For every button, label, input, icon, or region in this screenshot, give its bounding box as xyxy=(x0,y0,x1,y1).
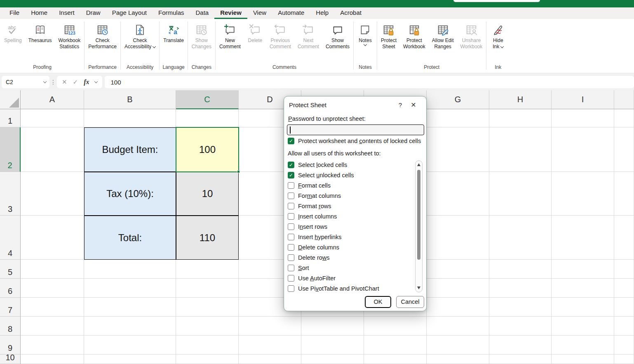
row-header-10[interactable]: 10 xyxy=(0,355,21,364)
tab-formulas[interactable]: Formulas xyxy=(153,7,190,19)
cancel-button[interactable]: Cancel xyxy=(396,296,424,308)
permissions-scrollbar[interactable] xyxy=(415,160,423,292)
ribbon-button-hide-ink[interactable]: HideInk xyxy=(487,22,509,51)
ribbon-button-workbook-statistics[interactable]: 123WorkbookStatistics xyxy=(55,22,84,51)
column-header-g[interactable]: G xyxy=(427,90,489,109)
permission-sort[interactable]: Sort xyxy=(288,263,411,273)
password-input[interactable] xyxy=(287,124,424,135)
column-header-b[interactable]: B xyxy=(84,90,176,109)
formula-input[interactable]: 100 xyxy=(105,76,634,88)
column-header-i[interactable]: I xyxy=(552,90,614,109)
permission-insert-rows[interactable]: Insert rows xyxy=(288,221,411,232)
cell-C3[interactable]: 10 xyxy=(176,172,239,216)
permission-delete-columns[interactable]: Delete columns xyxy=(288,242,411,252)
search-box-remnant[interactable] xyxy=(453,0,540,2)
ribbon-group-protect: ProtectSheetProtectWorkbookAllow EditRan… xyxy=(378,19,486,73)
tab-draw[interactable]: Draw xyxy=(80,7,106,19)
column-header-a[interactable]: A xyxy=(21,90,84,109)
tab-view[interactable]: View xyxy=(247,7,272,19)
row-header-8[interactable]: 8 xyxy=(0,317,21,336)
cell-B4[interactable]: Total: xyxy=(84,216,176,260)
cancel-entry-icon[interactable]: ✕ xyxy=(62,78,67,86)
cell-C2[interactable]: 100 xyxy=(176,127,239,172)
protect-contents-option[interactable]: ✓ Protect worksheet and contents of lock… xyxy=(288,138,423,144)
row-header-6[interactable]: 6 xyxy=(0,279,21,298)
tab-help[interactable]: Help xyxy=(310,7,334,19)
permission-use-autofilter[interactable]: Use AutoFilter xyxy=(288,273,411,283)
name-box[interactable]: C2 xyxy=(2,76,49,88)
tab-data[interactable]: Data xyxy=(190,7,214,19)
row-header-4[interactable]: 4 xyxy=(0,216,21,260)
ribbon-button-protect-workbook[interactable]: ProtectWorkbook xyxy=(400,22,429,51)
row-header-2[interactable]: 2 xyxy=(0,127,21,172)
tab-home[interactable]: Home xyxy=(25,7,53,19)
checkbox-checked-icon[interactable]: ✓ xyxy=(288,162,294,168)
tab-automate[interactable]: Automate xyxy=(272,7,310,19)
tab-page-layout[interactable]: Page Layout xyxy=(106,7,153,19)
row-header-1[interactable]: 1 xyxy=(0,109,21,127)
formula-bar-drag-handle[interactable]: ⋮ xyxy=(49,79,57,85)
checkbox-checked-icon[interactable]: ✓ xyxy=(288,172,294,178)
scroll-down-icon[interactable] xyxy=(417,287,420,289)
ribbon-button-thesaurus[interactable]: Thesaurus xyxy=(25,22,55,45)
checkbox-unchecked-icon[interactable] xyxy=(288,193,294,199)
ok-button[interactable]: OK xyxy=(365,296,391,308)
permission-insert-hyperlinks[interactable]: Insert hyperlinks xyxy=(288,232,411,242)
permission-insert-columns[interactable]: Insert columns xyxy=(288,211,411,221)
permission-delete-rows[interactable]: Delete rows xyxy=(288,252,411,263)
ribbon-button-new-comment[interactable]: NewComment xyxy=(216,22,244,51)
cell-B3[interactable]: Tax (10%): xyxy=(84,172,176,216)
ribbon-button-protect-sheet[interactable]: ProtectSheet xyxy=(378,22,400,51)
confirm-entry-icon[interactable]: ✓ xyxy=(73,78,78,86)
scrollbar-thumb[interactable] xyxy=(417,170,420,260)
tab-insert[interactable]: Insert xyxy=(53,7,80,19)
permission-format-columns[interactable]: Format columns xyxy=(288,190,411,201)
ribbon-button-check-performance[interactable]: CheckPerformance xyxy=(85,22,120,51)
checkbox-unchecked-icon[interactable] xyxy=(288,213,294,220)
scroll-up-icon[interactable] xyxy=(417,163,420,166)
ribbon-button-check-accessibility[interactable]: CheckAccessibility xyxy=(121,22,159,51)
tab-review[interactable]: Review xyxy=(214,7,247,19)
checkbox-unchecked-icon[interactable] xyxy=(288,244,294,251)
checkbox-unchecked-icon[interactable] xyxy=(288,254,294,261)
insert-function-icon[interactable]: fx xyxy=(84,78,89,86)
chevron-down-icon[interactable] xyxy=(94,80,98,83)
ribbon-button-notes[interactable]: Notes xyxy=(354,22,376,47)
help-icon[interactable]: ? xyxy=(394,101,406,108)
chevron-down-icon[interactable] xyxy=(500,45,504,48)
checkbox-unchecked-icon[interactable] xyxy=(288,182,294,189)
cell-B2[interactable]: Budget Item: xyxy=(84,127,176,172)
row-header-9[interactable]: 9 xyxy=(0,336,21,355)
checkbox-unchecked-icon[interactable] xyxy=(288,275,294,282)
ribbon-button-allow-edit-ranges[interactable]: Allow EditRanges xyxy=(429,22,457,51)
row-header-3[interactable]: 3 xyxy=(0,172,21,216)
permission-select-locked-cells[interactable]: ✓Select locked cells xyxy=(288,160,411,170)
cell-C4[interactable]: 110 xyxy=(176,216,239,260)
row-header-5[interactable]: 5 xyxy=(0,260,21,279)
row-header-7[interactable]: 7 xyxy=(0,298,21,317)
column-header-partial[interactable] xyxy=(614,90,634,109)
permission-format-cells[interactable]: Format cells xyxy=(288,180,411,190)
tab-file[interactable]: File xyxy=(4,7,25,19)
checkbox-unchecked-icon[interactable] xyxy=(288,223,294,230)
chevron-down-icon[interactable] xyxy=(43,80,47,83)
close-icon[interactable]: ✕ xyxy=(406,101,420,109)
checkbox-unchecked-icon[interactable] xyxy=(288,265,294,271)
permission-use-pivottable-and-pivotchart[interactable]: Use PivotTable and PivotChart xyxy=(288,283,411,294)
column-header-c[interactable]: C xyxy=(176,90,239,109)
permission-select-unlocked-cells[interactable]: ✓Select unlocked cells xyxy=(288,170,411,180)
checkbox-unchecked-icon[interactable] xyxy=(288,285,294,292)
checkbox-unchecked-icon[interactable] xyxy=(288,234,294,240)
previous-comment-icon xyxy=(274,23,286,36)
checkbox-unchecked-icon[interactable] xyxy=(288,203,294,209)
tab-acrobat[interactable]: Acrobat xyxy=(334,7,367,19)
button-label: Sheet xyxy=(382,44,395,50)
column-header-h[interactable]: H xyxy=(489,90,552,109)
ribbon-button-translate[interactable]: aTranslate xyxy=(160,22,187,45)
permission-format-rows[interactable]: Format rows xyxy=(288,201,411,211)
gridline xyxy=(489,109,489,364)
chevron-down-icon[interactable] xyxy=(153,45,156,48)
checkbox-checked-icon[interactable]: ✓ xyxy=(288,138,294,144)
select-all-corner[interactable] xyxy=(0,90,21,109)
ribbon-button-show-comments[interactable]: ShowComments xyxy=(322,22,353,51)
